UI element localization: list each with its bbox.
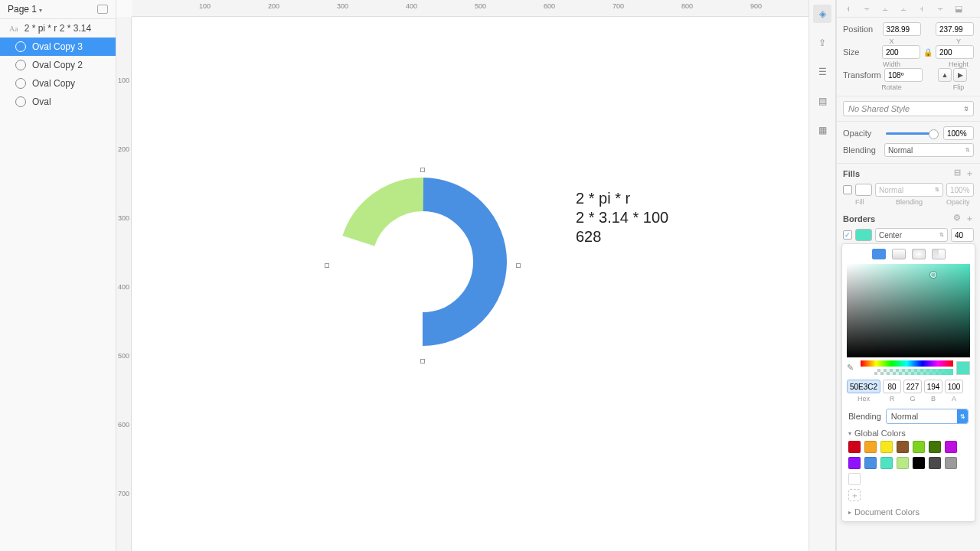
color-tab-gradient-radial[interactable] bbox=[912, 249, 926, 259]
layer-label: Oval Copy 2 bbox=[32, 60, 83, 70]
layer-label: 2 * pi * r 2 * 3.14 bbox=[24, 23, 91, 34]
picker-blending-select[interactable]: Normal⇅ bbox=[886, 409, 969, 424]
shared-style-section: No Shared Style⇅ bbox=[837, 96, 980, 122]
global-swatches bbox=[847, 441, 970, 485]
transform-label: Transform bbox=[843, 70, 881, 80]
layer-row-oval[interactable]: Oval bbox=[0, 93, 116, 111]
flip-horizontal-icon[interactable]: ▲ bbox=[938, 68, 952, 82]
align-right-icon[interactable]: ⫠ bbox=[878, 2, 892, 15]
global-swatch[interactable] bbox=[897, 457, 909, 469]
text-layer-icon: Aa bbox=[9, 24, 18, 33]
border-swatch[interactable] bbox=[855, 229, 872, 241]
position-y-input[interactable] bbox=[936, 22, 974, 36]
layer-row-oval-copy-3[interactable]: Oval Copy 3 bbox=[0, 37, 116, 56]
fills-add-icon[interactable]: ＋ bbox=[965, 168, 974, 179]
global-swatch[interactable] bbox=[848, 441, 861, 453]
global-swatch[interactable] bbox=[848, 473, 861, 485]
global-swatch[interactable] bbox=[848, 457, 861, 469]
opacity-input[interactable] bbox=[943, 126, 974, 140]
eyedropper-icon[interactable]: ✎ bbox=[847, 363, 858, 373]
canvas[interactable]: 2 * pi * r 2 * 3.14 * 100 628 bbox=[132, 17, 808, 551]
add-swatch-button[interactable]: ＋ bbox=[848, 489, 861, 501]
ruler-vertical: 100 200 300 400 500 600 700 bbox=[116, 17, 132, 551]
opacity-slider[interactable] bbox=[886, 132, 936, 135]
r-input[interactable] bbox=[883, 380, 901, 393]
border-checkbox[interactable] bbox=[843, 230, 852, 240]
ruler-horizontal: 100 200 300 400 500 600 700 800 900 bbox=[132, 0, 808, 17]
fill-opacity-input[interactable] bbox=[946, 183, 974, 197]
global-swatch[interactable] bbox=[929, 441, 941, 453]
borders-header: Borders ⚙＋ bbox=[837, 209, 980, 226]
position-x-input[interactable] bbox=[883, 22, 921, 36]
alpha-slider[interactable] bbox=[874, 369, 953, 375]
format-icon[interactable]: ▤ bbox=[813, 92, 831, 110]
selection-outline bbox=[327, 170, 518, 361]
global-swatch[interactable] bbox=[864, 441, 877, 453]
align-bottom-icon[interactable]: ⫟ bbox=[933, 2, 947, 15]
align-icon[interactable]: ☰ bbox=[813, 63, 831, 81]
canvas-text-block[interactable]: 2 * pi * r 2 * 3.14 * 100 628 bbox=[576, 189, 668, 246]
disclosure-triangle-icon: ▾ bbox=[848, 430, 851, 437]
global-swatch[interactable] bbox=[913, 457, 925, 469]
color-tab-gradient-linear[interactable] bbox=[892, 249, 906, 259]
fills-settings-icon[interactable]: ⊟ bbox=[954, 168, 961, 179]
fill-swatch[interactable] bbox=[855, 184, 872, 196]
inspector-tab-icon[interactable]: ◈ bbox=[813, 5, 831, 23]
borders-add-icon[interactable]: ＋ bbox=[965, 213, 974, 224]
export-icon[interactable]: ⇪ bbox=[813, 34, 831, 52]
align-top-icon[interactable]: ⫠ bbox=[897, 2, 910, 15]
hue-slider[interactable] bbox=[861, 360, 953, 367]
layer-row-text[interactable]: Aa 2 * pi * r 2 * 3.14 bbox=[0, 19, 116, 37]
border-position-select[interactable]: Center⇅ bbox=[875, 228, 948, 242]
global-swatch[interactable] bbox=[913, 441, 925, 453]
color-picker: ✎ Hex R G B A Blending Normal⇅ bbox=[841, 243, 975, 522]
a-input[interactable] bbox=[945, 380, 963, 393]
lock-icon[interactable]: 🔒 bbox=[923, 48, 933, 57]
page-selector[interactable]: Page 1▾ bbox=[0, 0, 116, 19]
saturation-value-field[interactable] bbox=[847, 264, 970, 357]
align-center-v-icon[interactable]: ⫞ bbox=[915, 2, 929, 15]
global-colors-header[interactable]: ▾ Global Colors bbox=[848, 429, 969, 438]
distribute-icon[interactable]: ⬓ bbox=[952, 2, 965, 15]
global-swatch[interactable] bbox=[864, 457, 877, 469]
oval-icon bbox=[15, 41, 26, 52]
align-center-h-icon[interactable]: ⫟ bbox=[860, 2, 874, 15]
layer-row-oval-copy[interactable]: Oval Copy bbox=[0, 74, 116, 93]
rotate-input[interactable] bbox=[884, 68, 923, 82]
shared-style-select[interactable]: No Shared Style⇅ bbox=[843, 101, 974, 116]
global-swatch[interactable] bbox=[929, 457, 941, 469]
hex-input[interactable] bbox=[847, 380, 880, 393]
fill-checkbox[interactable] bbox=[843, 185, 852, 194]
page-name: Page 1 bbox=[8, 4, 37, 15]
global-swatch[interactable] bbox=[880, 441, 893, 453]
global-swatch[interactable] bbox=[897, 441, 909, 453]
b-input[interactable] bbox=[924, 380, 942, 393]
oval-icon bbox=[15, 96, 26, 107]
opacity-label: Opacity bbox=[843, 129, 881, 138]
position-section: Position XY Size 🔒 WidthHeight Transform… bbox=[837, 18, 980, 96]
g-input[interactable] bbox=[903, 380, 922, 393]
color-preview bbox=[956, 361, 970, 375]
align-left-icon[interactable]: ⫞ bbox=[841, 2, 855, 15]
global-swatch[interactable] bbox=[945, 457, 957, 469]
layout-icon[interactable]: ▦ bbox=[813, 121, 831, 139]
disclosure-triangle-icon: ▸ bbox=[848, 509, 851, 516]
borders-settings-icon[interactable]: ⚙ bbox=[953, 213, 961, 224]
fill-blending-select[interactable]: Normal⇅ bbox=[875, 183, 943, 197]
text-line-1: 2 * pi * r bbox=[576, 189, 668, 208]
width-input[interactable] bbox=[882, 45, 920, 59]
text-line-2: 2 * 3.14 * 100 bbox=[576, 208, 668, 227]
flip-vertical-icon[interactable]: ▶ bbox=[953, 68, 967, 82]
artboard-icon[interactable] bbox=[97, 5, 108, 14]
layer-row-oval-copy-2[interactable]: Oval Copy 2 bbox=[0, 56, 116, 74]
global-swatch[interactable] bbox=[945, 441, 957, 453]
height-input[interactable] bbox=[936, 45, 974, 59]
color-tab-solid[interactable] bbox=[872, 249, 886, 259]
global-swatch[interactable] bbox=[880, 457, 893, 469]
border-width-input[interactable] bbox=[951, 228, 974, 242]
color-tab-gradient-angular[interactable] bbox=[932, 249, 946, 259]
layer-label: Oval Copy 3 bbox=[32, 41, 83, 52]
document-colors-header[interactable]: ▸ Document Colors bbox=[848, 507, 969, 517]
position-label: Position bbox=[843, 24, 880, 34]
blending-select[interactable]: Normal⇅ bbox=[884, 143, 974, 157]
